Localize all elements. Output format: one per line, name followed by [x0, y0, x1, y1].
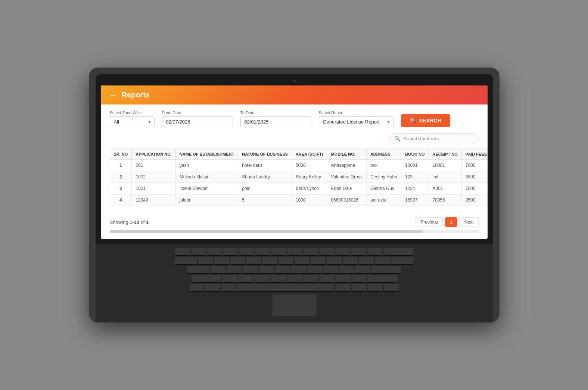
- key: [335, 248, 350, 255]
- table-cell-1-1: 1002: [132, 171, 175, 183]
- table-cell-3-2: jalebi: [175, 194, 238, 206]
- table-cell-2-6: Glenna Guy: [366, 183, 401, 194]
- col-business: NATURE OF BUSINESS: [238, 149, 292, 160]
- key: [189, 284, 204, 291]
- table-header-row: SR. NO APPLICATION NO. NAME OF ESTABLISH…: [110, 149, 488, 160]
- key: [307, 266, 322, 273]
- next-button[interactable]: Next: [460, 217, 479, 227]
- spacebar: [237, 284, 335, 291]
- key: [198, 257, 213, 264]
- key: [223, 275, 237, 282]
- table-cell-3-9: 3500: [461, 194, 487, 206]
- key: [319, 248, 334, 255]
- table-cell-0-5: whasappme: [327, 160, 367, 171]
- key: [191, 248, 206, 255]
- table-cell-2-2: Joelle Stewart: [175, 183, 238, 194]
- table-body: 1001yashhotel daru5000whasappmebro100011…: [110, 160, 488, 206]
- to-date-field-group: To Date: [240, 110, 311, 127]
- key: [351, 248, 366, 255]
- app-header: ← Reports: [101, 85, 488, 104]
- from-date-input[interactable]: [162, 116, 233, 127]
- prev-button[interactable]: Previous: [416, 217, 443, 227]
- table-cell-1-6: Destiny Hahn: [366, 171, 401, 183]
- key: [295, 257, 309, 264]
- key: [368, 284, 383, 291]
- key: [352, 284, 367, 291]
- toolbar: Select Zone Wise All Zone 1 Zone 2 Zone …: [101, 104, 488, 133]
- col-paid-fees: PAID FEES: [461, 149, 487, 160]
- key: [275, 266, 290, 273]
- table-row: 412349jalebi5100086600316026amravtai1698…: [110, 194, 488, 206]
- report-select[interactable]: Generated License Report Pending Report: [319, 116, 393, 127]
- key: [243, 266, 258, 273]
- search-input[interactable]: [404, 136, 473, 141]
- zone-field-group: Select Zone Wise All Zone 1 Zone 2 Zone …: [110, 110, 155, 127]
- key: [192, 275, 221, 282]
- key: [391, 257, 413, 264]
- key: [271, 275, 286, 282]
- search-button[interactable]: 🔍 SEARCH: [401, 114, 450, 127]
- key: [375, 257, 390, 264]
- key: [287, 275, 302, 282]
- report-label: Select Report: [319, 110, 393, 115]
- table-header: SR. NO APPLICATION NO. NAME OF ESTABLISH…: [110, 149, 488, 160]
- key: [207, 248, 222, 255]
- key: [246, 257, 261, 264]
- table-cell-3-1: 12349: [132, 194, 175, 206]
- table-cell-0-2: yash: [175, 160, 238, 171]
- table-cell-0-4: 5000: [292, 160, 327, 171]
- col-address: ADDRESS: [366, 149, 401, 160]
- report-select-wrapper: Generated License Report Pending Report …: [319, 116, 393, 127]
- table-cell-3-5: 86600316026: [327, 194, 367, 206]
- search-icon: 🔍: [395, 136, 401, 141]
- key: [384, 284, 399, 291]
- key: [221, 284, 236, 291]
- search-bar-wrapper: 🔍: [110, 133, 479, 144]
- trackpad[interactable]: [272, 294, 317, 316]
- col-area: AREA (SQ.FT): [292, 149, 327, 160]
- table-cell-3-3: 5: [238, 194, 292, 206]
- key: [336, 284, 351, 291]
- scrollbar-track[interactable]: [110, 230, 479, 233]
- key: [343, 257, 358, 264]
- key: [255, 248, 270, 255]
- table-cell-0-7: 10001: [401, 160, 429, 171]
- table-cell-2-3: gold: [238, 183, 292, 194]
- pagination-controls: Previous 1 Next: [416, 217, 478, 227]
- key: [287, 248, 302, 255]
- key: [227, 266, 242, 273]
- table-cell-3-0: 4: [110, 194, 132, 206]
- key: [367, 275, 397, 282]
- search-bar: 🔍: [389, 133, 479, 144]
- to-date-label: To Date: [240, 110, 311, 115]
- key: [371, 266, 401, 273]
- table-cell-2-5: Edan Dale: [327, 183, 367, 194]
- pagination-info: Showing 1-10 of 1: [110, 219, 149, 225]
- back-button[interactable]: ←: [110, 91, 117, 99]
- table-cell-1-5: Valentine Gross: [327, 171, 367, 183]
- table-cell-0-3: hotel daru: [238, 160, 292, 171]
- from-date-field-group: From Date: [162, 110, 233, 127]
- table-cell-1-3: Shana Landry: [238, 171, 292, 183]
- table-row: 31001Joelle StewartgoldBoris LynchEdan D…: [110, 183, 488, 194]
- key: [223, 248, 238, 255]
- key: [367, 248, 382, 255]
- key: [291, 266, 306, 273]
- col-book-no: BOOK NO: [401, 149, 429, 160]
- table-cell-3-7: 16987: [401, 194, 429, 206]
- table-cell-0-8: 10001: [429, 160, 461, 171]
- table-cell-1-2: Melinda Mclain: [175, 171, 238, 183]
- from-date-label: From Date: [162, 110, 233, 115]
- table-cell-1-8: lml: [429, 171, 461, 183]
- table-row: 21002Melinda MclainShana LandryRoary Kel…: [110, 171, 488, 183]
- page-title: Reports: [122, 91, 150, 99]
- key: [239, 248, 254, 255]
- table-cell-1-9: 3500: [461, 171, 487, 183]
- zone-select[interactable]: All Zone 1 Zone 2 Zone 10: [110, 116, 155, 127]
- key: [211, 266, 225, 273]
- to-date-input[interactable]: [240, 116, 311, 127]
- table-cell-2-8: A001: [429, 183, 461, 194]
- page-1-button[interactable]: 1: [445, 217, 457, 227]
- scrollbar-thumb: [110, 230, 423, 233]
- key: [383, 248, 413, 255]
